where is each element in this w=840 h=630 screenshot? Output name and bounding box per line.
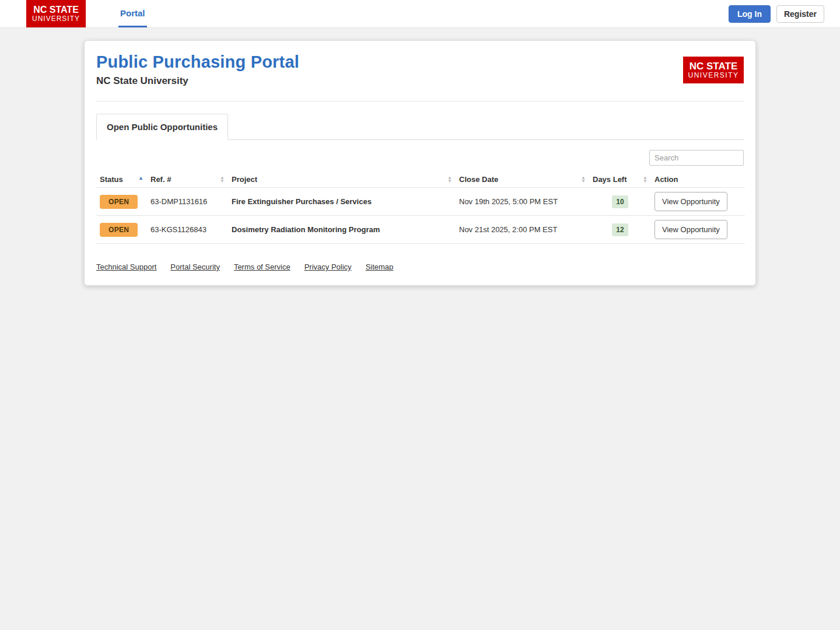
sort-ascending-icon[interactable]: ▲ (138, 175, 144, 181)
col-header-action: Action (651, 172, 745, 188)
view-opportunity-button[interactable]: View Opportunity (654, 220, 727, 239)
top-navigation-bar: NC STATE UNIVERSITY Portal Log In Regist… (0, 0, 840, 28)
ref-cell: 63-KGS1126843 (147, 216, 228, 244)
logo-line1: NC STATE (33, 5, 79, 15)
status-cell: OPEN (96, 188, 147, 216)
status-cell: OPEN (96, 216, 147, 244)
sort-icon[interactable]: ▲▼ (581, 176, 586, 182)
card-header: Public Purchasing Portal NC State Univer… (96, 52, 744, 87)
col-header-close-date-label: Close Date (459, 175, 498, 184)
tab-bar: Open Public Opportunities (96, 114, 744, 140)
logo-line2: UNIVERSITY (688, 72, 738, 79)
days-left-cell: 12 (589, 216, 651, 244)
footer-link-terms-of-service[interactable]: Terms of Service (234, 262, 290, 271)
card-header-titles: Public Purchasing Portal NC State Univer… (96, 52, 299, 87)
sort-down-glyph: ▼ (447, 180, 452, 183)
sort-down-glyph: ▼ (220, 180, 225, 183)
days-left-badge: 10 (612, 195, 628, 208)
table-row: OPEN 63-KGS1126843 Dosimetry Radiation M… (96, 216, 745, 244)
opportunities-table: Status ▲ Ref. # ▲▼ Project ▲▼ (96, 172, 745, 244)
register-button[interactable]: Register (776, 5, 824, 23)
search-input[interactable] (649, 150, 744, 166)
footer-link-portal-security[interactable]: Portal Security (170, 262, 220, 271)
close-date-cell: Nov 21st 2025, 2:00 PM EST (456, 216, 589, 244)
page-subtitle: NC State University (96, 75, 299, 87)
view-opportunity-button[interactable]: View Opportunity (654, 192, 727, 211)
table-header-row: Status ▲ Ref. # ▲▼ Project ▲▼ (96, 172, 745, 188)
header-divider (96, 101, 744, 102)
col-header-days-left-label: Days Left (593, 175, 627, 184)
sort-icon[interactable]: ▲▼ (447, 176, 452, 182)
footer-link-sitemap[interactable]: Sitemap (366, 262, 394, 271)
tab-open-public-opportunities[interactable]: Open Public Opportunities (96, 114, 228, 140)
col-header-close-date[interactable]: Close Date ▲▼ (456, 172, 589, 188)
project-cell: Fire Extinguisher Purchases / Services (228, 188, 456, 216)
search-row (96, 150, 744, 166)
col-header-project[interactable]: Project ▲▼ (228, 172, 456, 188)
days-left-badge: 12 (612, 223, 628, 236)
table-row: OPEN 63-DMP1131616 Fire Extinguisher Pur… (96, 188, 745, 216)
ncstate-logo: NC STATE UNIVERSITY (26, 0, 86, 27)
action-cell: View Opportunity (651, 216, 745, 244)
sort-icon[interactable]: ▲▼ (220, 176, 225, 182)
login-button[interactable]: Log In (729, 5, 771, 23)
footer-links: Technical Support Portal Security Terms … (96, 262, 744, 271)
status-badge: OPEN (100, 195, 138, 209)
sort-icon[interactable]: ▲▼ (643, 176, 648, 182)
col-header-status[interactable]: Status ▲ (96, 172, 147, 188)
footer-link-technical-support[interactable]: Technical Support (96, 262, 156, 271)
logo-line1: NC STATE (690, 61, 737, 72)
col-header-ref-label: Ref. # (150, 175, 171, 184)
days-left-cell: 10 (589, 188, 651, 216)
project-cell: Dosimetry Radiation Monitoring Program (228, 216, 456, 244)
purchasing-portal-card: Public Purchasing Portal NC State Univer… (84, 40, 756, 286)
page-title: Public Purchasing Portal (96, 52, 299, 72)
col-header-action-label: Action (654, 175, 678, 184)
nav-link-portal[interactable]: Portal (118, 0, 147, 27)
logo-line2: UNIVERSITY (32, 15, 80, 23)
sort-down-glyph: ▼ (581, 180, 586, 183)
sort-down-glyph: ▼ (643, 180, 648, 183)
footer-link-privacy-policy[interactable]: Privacy Policy (304, 262, 352, 271)
close-date-cell: Nov 19th 2025, 5:00 PM EST (456, 188, 589, 216)
action-cell: View Opportunity (651, 188, 745, 216)
col-header-project-label: Project (232, 175, 257, 184)
status-badge: OPEN (100, 223, 138, 237)
col-header-days-left[interactable]: Days Left ▲▼ (589, 172, 651, 188)
col-header-status-label: Status (100, 175, 123, 184)
ncstate-logo-card: NC STATE UNIVERSITY (683, 57, 744, 83)
ref-cell: 63-DMP1131616 (147, 188, 228, 216)
col-header-ref[interactable]: Ref. # ▲▼ (147, 172, 228, 188)
nav-actions: Log In Register (729, 0, 824, 27)
